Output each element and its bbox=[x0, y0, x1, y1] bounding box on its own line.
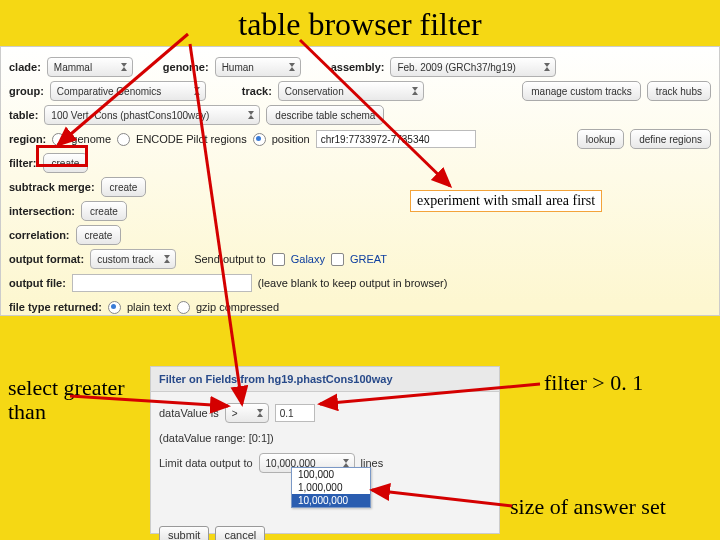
region-genome-radio[interactable] bbox=[52, 133, 65, 146]
filter-header: Filter on Fields from hg19.phastCons100w… bbox=[151, 367, 499, 392]
track-select[interactable]: Conservation bbox=[278, 81, 424, 101]
filter-label: filter: bbox=[9, 157, 37, 169]
datavalue-label: dataValue is bbox=[159, 407, 219, 419]
region-label: region: bbox=[9, 133, 46, 145]
subtrack-create-button[interactable]: create bbox=[101, 177, 147, 197]
filter-create-button[interactable]: create bbox=[43, 153, 89, 173]
clade-label: clade: bbox=[9, 61, 41, 73]
annotation-answer-set: size of answer set bbox=[510, 494, 666, 520]
limit-dropdown-popup[interactable]: 100,000 1,000,000 10,000,000 bbox=[291, 467, 371, 508]
correlation-label: correlation: bbox=[9, 229, 70, 241]
table-label: table: bbox=[9, 109, 38, 121]
region-position-text: position bbox=[272, 133, 310, 145]
table-browser-panel: clade: Mammal genome: Human assembly: Fe… bbox=[0, 46, 720, 316]
genome-label: genome: bbox=[163, 61, 209, 73]
plain-text-radio[interactable] bbox=[108, 301, 121, 314]
submit-button[interactable]: submit bbox=[159, 526, 209, 540]
describe-schema-button[interactable]: describe table schema bbox=[266, 105, 384, 125]
table-select[interactable]: 100 Vert. Cons (phastCons100way) bbox=[44, 105, 260, 125]
track-label: track: bbox=[242, 85, 272, 97]
genome-select[interactable]: Human bbox=[215, 57, 301, 77]
annotation-filter-value: filter > 0. 1 bbox=[544, 370, 643, 396]
region-position-radio[interactable] bbox=[253, 133, 266, 146]
annotation-select-greater: select greater than bbox=[8, 376, 128, 424]
position-input[interactable]: chr19:7733972-7735340 bbox=[316, 130, 476, 148]
output-file-hint: (leave blank to keep output in browser) bbox=[258, 277, 448, 289]
gzip-text: gzip compressed bbox=[196, 301, 279, 313]
intersection-label: intersection: bbox=[9, 205, 75, 217]
output-file-label: output file: bbox=[9, 277, 66, 289]
output-format-select[interactable]: custom track bbox=[90, 249, 176, 269]
datavalue-op-select[interactable]: > bbox=[225, 403, 269, 423]
send-output-label: Send output to bbox=[194, 253, 266, 265]
callout-experiment: experiment with small area first bbox=[410, 190, 602, 212]
lookup-button[interactable]: lookup bbox=[577, 129, 624, 149]
output-format-label: output format: bbox=[9, 253, 84, 265]
track-hubs-button[interactable]: track hubs bbox=[647, 81, 711, 101]
plain-text-text: plain text bbox=[127, 301, 171, 313]
region-genome-text: genome bbox=[71, 133, 111, 145]
region-encode-text: ENCODE Pilot regions bbox=[136, 133, 247, 145]
file-type-label: file type returned: bbox=[9, 301, 102, 313]
output-file-input[interactable] bbox=[72, 274, 252, 292]
cancel-button[interactable]: cancel bbox=[215, 526, 265, 540]
limit-label: Limit data output to bbox=[159, 457, 253, 469]
galaxy-checkbox[interactable] bbox=[272, 253, 285, 266]
subtrack-label: subtrack merge: bbox=[9, 181, 95, 193]
datavalue-input[interactable]: 0.1 bbox=[275, 404, 315, 422]
intersection-create-button[interactable]: create bbox=[81, 201, 127, 221]
correlation-create-button[interactable]: create bbox=[76, 225, 122, 245]
assembly-label: assembly: bbox=[331, 61, 385, 73]
limit-option-1[interactable]: 1,000,000 bbox=[292, 481, 370, 494]
filter-panel: Filter on Fields from hg19.phastCons100w… bbox=[150, 366, 500, 534]
manage-custom-tracks-button[interactable]: manage custom tracks bbox=[522, 81, 641, 101]
group-label: group: bbox=[9, 85, 44, 97]
slide-title: table browser filter bbox=[0, 0, 720, 47]
great-checkbox[interactable] bbox=[331, 253, 344, 266]
galaxy-link[interactable]: Galaxy bbox=[291, 253, 325, 265]
assembly-select[interactable]: Feb. 2009 (GRCh37/hg19) bbox=[390, 57, 556, 77]
limit-option-2[interactable]: 10,000,000 bbox=[292, 494, 370, 507]
clade-select[interactable]: Mammal bbox=[47, 57, 133, 77]
gzip-radio[interactable] bbox=[177, 301, 190, 314]
datavalue-range: (dataValue range: [0:1]) bbox=[159, 432, 274, 444]
region-encode-radio[interactable] bbox=[117, 133, 130, 146]
great-link[interactable]: GREAT bbox=[350, 253, 387, 265]
define-regions-button[interactable]: define regions bbox=[630, 129, 711, 149]
group-select[interactable]: Comparative Genomics bbox=[50, 81, 206, 101]
limit-option-0[interactable]: 100,000 bbox=[292, 468, 370, 481]
